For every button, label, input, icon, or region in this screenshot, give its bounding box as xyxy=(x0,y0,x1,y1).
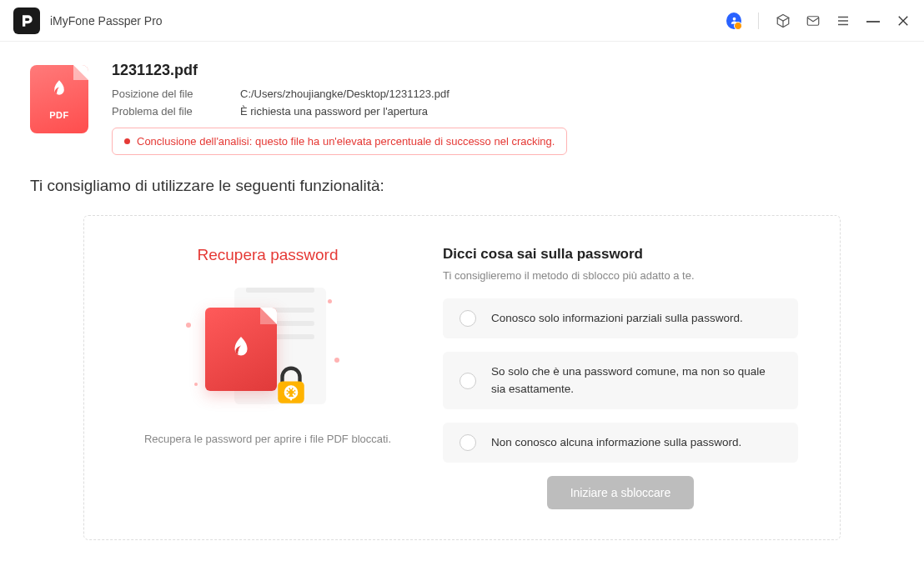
menu-icon[interactable] xyxy=(836,13,851,28)
recover-description: Recupera le password per aprire i file P… xyxy=(126,431,409,448)
password-knowledge-section: Dicci cosa sai sulla password Ti consigl… xyxy=(443,246,798,509)
close-button[interactable] xyxy=(896,13,911,28)
pdf-badge-text: PDF xyxy=(49,110,69,120)
recovery-panel: Recupera password xyxy=(83,215,841,540)
start-unlock-button[interactable]: Iniziare a sbloccare xyxy=(547,476,695,509)
pdf-file-icon: PDF xyxy=(30,65,88,133)
option-no-info[interactable]: Non conosco alcuna informazione sulla pa… xyxy=(443,423,798,463)
footer: Errore di giudizio del problema del file… xyxy=(0,550,924,561)
status-dot-icon xyxy=(124,138,130,144)
recommend-heading: Ti consigliamo di utilizzare le seguenti… xyxy=(30,177,894,195)
question-title: Dicci cosa sai sulla password xyxy=(443,246,798,263)
box-icon[interactable] xyxy=(776,13,791,28)
svg-point-0 xyxy=(732,18,736,21)
option-partial-info[interactable]: Conosco solo informazioni parziali sulla… xyxy=(443,298,798,338)
option-common-password[interactable]: So solo che è una password comune, ma no… xyxy=(443,352,798,409)
minimize-button[interactable] xyxy=(866,13,881,28)
mail-icon[interactable] xyxy=(806,13,821,28)
app-title: iMyFone Passper Pro xyxy=(50,14,163,28)
analysis-text: Conclusione dell'analisi: questo file ha… xyxy=(137,135,555,148)
title-bar: iMyFone Passper Pro xyxy=(0,0,924,42)
file-problem-label: Problema del file xyxy=(112,105,220,118)
account-icon[interactable] xyxy=(726,13,741,28)
recover-password-section: Recupera password xyxy=(126,246,409,509)
radio-icon xyxy=(459,434,476,451)
file-problem-value: È richiesta una password per l'apertura xyxy=(240,105,428,118)
option-label: Non conosco alcuna informazione sulla pa… xyxy=(491,434,741,451)
option-label: So solo che è una password comune, ma no… xyxy=(491,363,781,398)
titlebar-actions xyxy=(726,13,911,29)
svg-rect-1 xyxy=(807,16,819,25)
analysis-banner: Conclusione dell'analisi: questo file ha… xyxy=(112,128,567,155)
recover-title: Recupera password xyxy=(126,246,409,264)
divider xyxy=(758,13,759,29)
file-position-value: C:/Users/zhoujiangke/Desktop/1231123.pdf xyxy=(240,88,449,100)
radio-icon xyxy=(459,310,476,327)
file-info-section: PDF 1231123.pdf Posizione del file C:/Us… xyxy=(30,62,894,155)
file-position-label: Posizione del file xyxy=(112,88,220,100)
radio-icon xyxy=(459,373,476,389)
option-label: Conosco solo informazioni parziali sulla… xyxy=(491,310,743,327)
app-logo xyxy=(13,8,40,34)
file-name: 1231123.pdf xyxy=(112,62,894,79)
question-subtitle: Ti consiglieremo il metodo di sblocco pi… xyxy=(443,269,798,282)
pdf-lock-illustration xyxy=(126,284,409,409)
